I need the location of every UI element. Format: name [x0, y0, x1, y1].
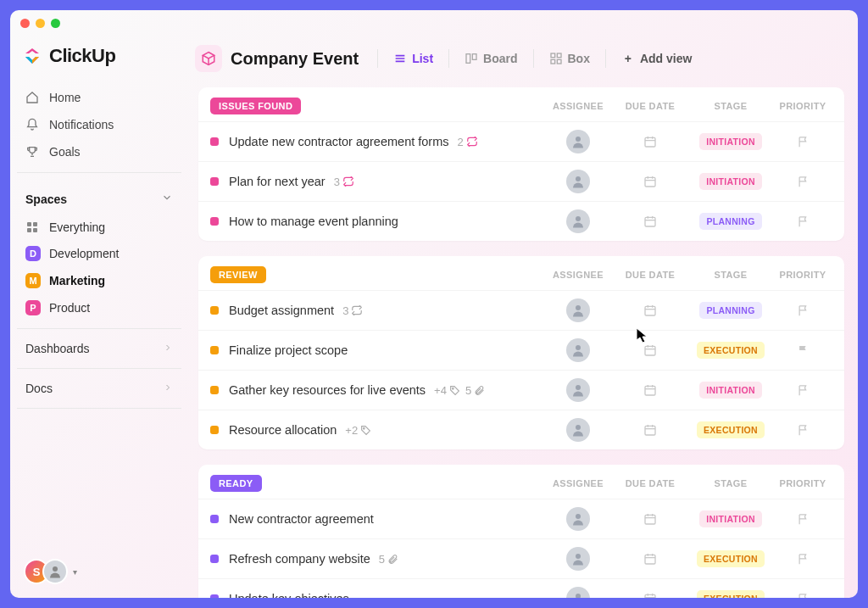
nav-dashboards[interactable]: Dashboards	[17, 336, 181, 361]
add-view-button[interactable]: + Add view	[618, 48, 695, 69]
space-item[interactable]: PProduct	[17, 294, 181, 321]
status-square[interactable]	[210, 555, 219, 563]
group-status-pill[interactable]: READY	[210, 475, 262, 492]
status-square[interactable]	[210, 217, 219, 226]
group-status-pill[interactable]: REVIEW	[210, 266, 266, 283]
stage-cell[interactable]: EXECUTION	[688, 342, 773, 359]
home-icon	[25, 91, 39, 104]
svg-point-0	[53, 566, 58, 572]
view-box[interactable]: Box	[546, 48, 593, 69]
status-square[interactable]	[210, 386, 219, 394]
stage-cell[interactable]: EXECUTION	[688, 421, 773, 438]
task-row[interactable]: Update key objectives EXECUTION	[198, 578, 844, 598]
due-cell[interactable]	[612, 512, 688, 526]
task-row[interactable]: Resource allocation +2 EXECUTION	[198, 410, 844, 449]
space-item[interactable]: DDevelopment	[17, 240, 181, 267]
assignee-cell[interactable]	[544, 547, 612, 571]
tag-count: +2	[345, 424, 371, 437]
status-square[interactable]	[210, 137, 219, 146]
due-cell[interactable]	[612, 215, 688, 228]
assignee-cell[interactable]	[544, 378, 612, 402]
group-status-pill[interactable]: ISSUES FOUND	[210, 98, 301, 114]
stage-cell[interactable]: PLANNING	[688, 213, 773, 230]
task-row[interactable]: Update new contractor agreement forms 2 …	[198, 121, 844, 161]
priority-cell[interactable]	[773, 553, 832, 566]
svg-rect-43	[645, 426, 655, 435]
status-square[interactable]	[210, 177, 219, 186]
status-square[interactable]	[210, 346, 219, 354]
space-label: Marketing	[49, 274, 105, 287]
attach-count: 5	[379, 553, 398, 566]
assignee-cell[interactable]	[544, 507, 612, 531]
assignee-cell[interactable]	[544, 170, 612, 193]
due-cell[interactable]	[612, 135, 688, 148]
due-cell[interactable]	[612, 383, 688, 397]
nav-notifications[interactable]: Notifications	[17, 111, 181, 138]
logo[interactable]: ClickUp	[17, 36, 181, 84]
nav-docs[interactable]: Docs	[17, 376, 181, 401]
priority-cell[interactable]	[773, 384, 832, 397]
brand-name: ClickUp	[49, 45, 115, 67]
svg-rect-21	[645, 217, 655, 226]
stage-cell[interactable]: PLANNING	[688, 302, 773, 319]
priority-cell[interactable]	[773, 344, 832, 357]
stage-cell[interactable]: INITIATION	[688, 510, 773, 527]
due-cell[interactable]	[612, 304, 688, 317]
task-row[interactable]: Budget assignment 3 PLANNING	[198, 290, 844, 330]
minimize-window[interactable]	[36, 19, 45, 28]
due-cell[interactable]	[612, 592, 688, 598]
space-everything[interactable]: Everything	[17, 215, 181, 240]
status-square[interactable]	[210, 515, 219, 523]
task-title: Budget assignment	[229, 304, 334, 317]
task-row[interactable]: Finalize project scope EXECUTION	[198, 330, 844, 370]
avatar	[566, 547, 590, 571]
assignee-cell[interactable]	[544, 418, 612, 442]
view-board[interactable]: Board	[461, 48, 520, 69]
assignee-cell[interactable]	[544, 209, 612, 233]
due-cell[interactable]	[612, 423, 688, 437]
assignee-cell[interactable]	[544, 338, 612, 362]
svg-rect-7	[557, 53, 561, 58]
task-row[interactable]: How to manage event planning PLANNING	[198, 201, 844, 241]
priority-cell[interactable]	[773, 513, 832, 526]
space-item[interactable]: MMarketing	[17, 267, 181, 294]
user-avatars[interactable]: S ▾	[17, 552, 181, 591]
nav-home[interactable]: Home	[17, 84, 181, 111]
maximize-window[interactable]	[51, 19, 60, 28]
priority-cell[interactable]	[773, 593, 832, 599]
col-due: DUE DATE	[612, 478, 688, 488]
chevron-right-icon	[163, 382, 173, 395]
priority-cell[interactable]	[773, 304, 832, 317]
status-square[interactable]	[210, 594, 219, 598]
task-row[interactable]: Gather key resources for live events +4 …	[198, 370, 844, 410]
stage-cell[interactable]: EXECUTION	[688, 590, 773, 598]
status-square[interactable]	[210, 306, 219, 315]
assignee-cell[interactable]	[544, 130, 612, 153]
toolbar: Company Event List Board Box	[188, 31, 858, 84]
stage-cell[interactable]: INITIATION	[688, 382, 773, 399]
stage-cell[interactable]: EXECUTION	[688, 550, 773, 567]
status-square[interactable]	[210, 426, 219, 434]
priority-cell[interactable]	[773, 176, 832, 188]
main-content: Company Event List Board Box	[188, 31, 858, 598]
priority-cell[interactable]	[773, 136, 832, 148]
priority-cell[interactable]	[773, 215, 832, 228]
task-row[interactable]: Refresh company website 5 EXECUTION	[198, 538, 844, 578]
col-stage: STAGE	[688, 478, 773, 488]
spaces-header[interactable]: Spaces	[17, 180, 181, 215]
svg-point-20	[576, 216, 581, 221]
priority-cell[interactable]	[773, 424, 832, 437]
stage-cell[interactable]: INITIATION	[688, 133, 773, 150]
task-row[interactable]: Plan for next year 3 INITIATION	[198, 161, 844, 201]
task-row[interactable]: New contractor agreement INITIATION	[198, 499, 844, 538]
due-cell[interactable]	[612, 552, 688, 566]
recur-count: 3	[342, 304, 363, 317]
due-cell[interactable]	[612, 343, 688, 357]
view-list[interactable]: List	[390, 48, 437, 69]
nav-goals[interactable]: Goals	[17, 138, 181, 165]
assignee-cell[interactable]	[544, 298, 612, 322]
assignee-cell[interactable]	[544, 587, 612, 598]
close-window[interactable]	[20, 19, 30, 28]
stage-cell[interactable]: INITIATION	[688, 173, 773, 190]
due-cell[interactable]	[612, 175, 688, 188]
